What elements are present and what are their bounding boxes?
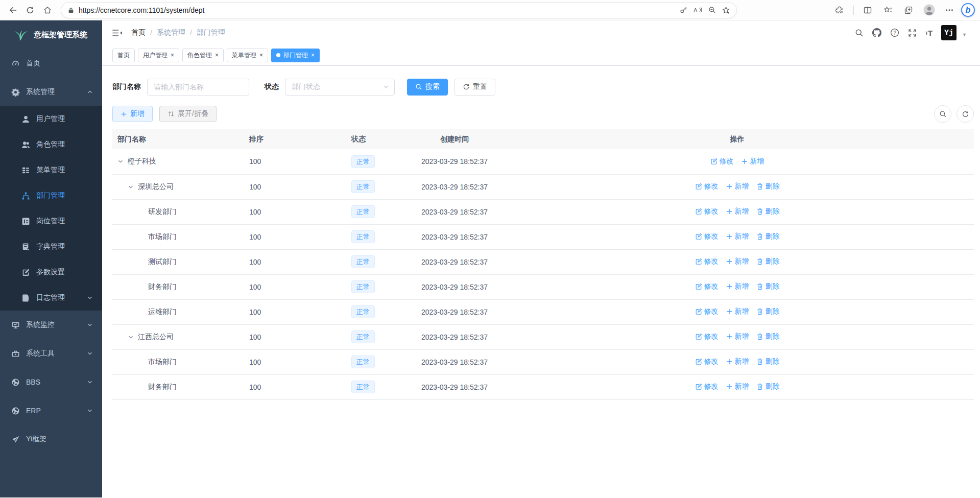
more-icon[interactable]: … <box>941 2 958 18</box>
sidebar-item-参数设置[interactable]: 参数设置 <box>0 259 102 285</box>
add-link[interactable]: 新增 <box>726 207 749 216</box>
close-icon[interactable]: × <box>215 52 219 58</box>
profile-icon[interactable] <box>920 2 938 18</box>
status-badge: 正常 <box>351 180 375 193</box>
sidebar-item-系统监控[interactable]: 系统监控 <box>0 311 102 339</box>
sidebar-item-系统工具[interactable]: 系统工具 <box>0 339 102 368</box>
reset-button[interactable]: 重置 <box>455 79 495 96</box>
sort-value: 100 <box>244 149 346 174</box>
edit-link[interactable]: 修改 <box>695 182 719 191</box>
favorites-icon[interactable] <box>879 2 897 18</box>
key-icon[interactable] <box>676 4 690 17</box>
show-search-icon[interactable] <box>934 105 951 123</box>
sidebar-item-BBS[interactable]: BBS <box>0 368 102 396</box>
add-link[interactable]: 新增 <box>726 307 749 316</box>
expand-arrow-icon[interactable] <box>117 158 126 164</box>
tab-菜单管理[interactable]: 菜单管理 × <box>227 49 268 62</box>
delete-link[interactable]: 删除 <box>756 182 780 191</box>
add-link[interactable]: 新增 <box>726 182 749 191</box>
delete-link[interactable]: 删除 <box>756 307 780 316</box>
add-favorite-icon[interactable] <box>719 4 733 17</box>
add-link[interactable]: 新增 <box>726 282 749 291</box>
sidebar-item-岗位管理[interactable]: 岗位管理 <box>0 208 102 234</box>
expand-arrow-icon[interactable] <box>128 184 136 190</box>
read-aloud-icon[interactable]: A <box>690 4 705 17</box>
chevron-icon <box>87 116 93 122</box>
delete-link[interactable]: 删除 <box>756 357 780 366</box>
close-icon[interactable]: × <box>311 52 315 58</box>
tab-首页[interactable]: 首页 <box>112 49 135 62</box>
edit-link[interactable]: 修改 <box>710 157 734 166</box>
sidebar-item-菜单管理[interactable]: 菜单管理 <box>0 157 102 183</box>
edit-link[interactable]: 修改 <box>695 382 719 391</box>
url-text[interactable]: https://ccnetcore.com:1101/system/dept <box>79 6 676 14</box>
tab-角色管理[interactable]: 角色管理 × <box>182 49 224 62</box>
status-badge: 正常 <box>351 381 375 393</box>
table-row: 研发部门 100 正常 2023-03-29 18:52:37 修改新增删除 <box>112 199 974 224</box>
sidebar-item-日志管理[interactable]: 日志管理 <box>0 285 102 311</box>
delete-link[interactable]: 删除 <box>756 257 780 266</box>
add-button[interactable]: 新增 <box>112 106 153 122</box>
tab-用户管理[interactable]: 用户管理 × <box>138 49 179 62</box>
bing-icon[interactable]: b <box>961 3 975 17</box>
search-button[interactable]: 搜索 <box>407 79 448 96</box>
dept-name-input[interactable] <box>147 79 249 96</box>
expand-collapse-button[interactable]: 展开/折叠 <box>159 106 217 122</box>
close-icon[interactable]: × <box>259 52 263 58</box>
add-link[interactable]: 新增 <box>726 357 749 366</box>
sidebar-item-部门管理[interactable]: 部门管理 <box>0 183 102 208</box>
sidebar-item-角色管理[interactable]: 角色管理 <box>0 132 102 157</box>
dept-table: 部门名称 排序 状态 创建时间 操作 橙子科技 100 正常 2023-03-2… <box>112 129 974 400</box>
split-screen-icon[interactable] <box>859 2 876 18</box>
delete-link[interactable]: 删除 <box>756 382 780 391</box>
delete-link[interactable]: 删除 <box>756 207 780 216</box>
refresh-table-icon[interactable] <box>957 105 974 123</box>
address-bar[interactable]: https://ccnetcore.com:1101/system/dept A <box>61 3 736 18</box>
help-icon[interactable]: ? <box>890 28 899 37</box>
lock-icon[interactable] <box>67 7 75 14</box>
collections-icon[interactable] <box>900 2 917 18</box>
edit-link[interactable]: 修改 <box>695 357 719 366</box>
breadcrumb-item[interactable]: 首页 <box>131 28 146 37</box>
github-icon[interactable] <box>872 28 881 37</box>
edit-link[interactable]: 修改 <box>695 307 719 316</box>
add-link[interactable]: 新增 <box>726 382 749 391</box>
sidebar-item-系统管理[interactable]: 系统管理 <box>0 78 102 106</box>
edit-link[interactable]: 修改 <box>695 207 719 216</box>
avatar[interactable]: Yj <box>941 25 957 40</box>
font-size-icon[interactable]: тT <box>925 29 933 37</box>
edit-link[interactable]: 修改 <box>695 232 719 241</box>
sidebar-item-Yi框架[interactable]: Yi框架 <box>0 425 102 454</box>
back-icon[interactable] <box>4 2 21 18</box>
zoom-out-icon[interactable] <box>705 4 719 17</box>
add-link[interactable]: 新增 <box>726 332 749 341</box>
collapse-sidebar-icon[interactable] <box>112 29 122 37</box>
dept-name: 橙子科技 <box>128 157 156 166</box>
edit-link[interactable]: 修改 <box>695 257 719 266</box>
extensions-icon[interactable] <box>831 2 848 18</box>
delete-link[interactable]: 删除 <box>756 332 780 341</box>
add-link[interactable]: 新增 <box>726 257 749 266</box>
fullscreen-icon[interactable] <box>908 29 917 37</box>
add-link[interactable]: 新增 <box>741 157 764 166</box>
chevron-down-icon[interactable]: ▼ <box>962 28 967 37</box>
status-select[interactable]: 部门状态 <box>285 79 395 96</box>
sidebar-item-首页[interactable]: 首页 <box>0 49 102 78</box>
edit-link[interactable]: 修改 <box>695 332 719 341</box>
add-link[interactable]: 新增 <box>726 232 749 241</box>
home-icon[interactable] <box>39 2 56 18</box>
delete-link[interactable]: 删除 <box>756 282 780 291</box>
sidebar-item-用户管理[interactable]: 用户管理 <box>0 106 102 132</box>
sidebar-item-ERP[interactable]: ERP <box>0 396 102 425</box>
refresh-icon[interactable] <box>21 2 39 18</box>
tab-部门管理[interactable]: 部门管理 × <box>271 49 320 62</box>
delete-link[interactable]: 删除 <box>756 232 780 241</box>
tool-icon <box>11 349 20 358</box>
edit-link[interactable]: 修改 <box>695 282 719 291</box>
sidebar-item-字典管理[interactable]: 字典管理 <box>0 234 102 259</box>
expand-arrow-icon[interactable] <box>128 334 136 340</box>
search-icon[interactable] <box>855 29 864 37</box>
col-status: 状态 <box>346 129 409 149</box>
close-icon[interactable]: × <box>171 52 174 58</box>
app-logo[interactable]: 意框架管理系统 <box>0 20 102 49</box>
